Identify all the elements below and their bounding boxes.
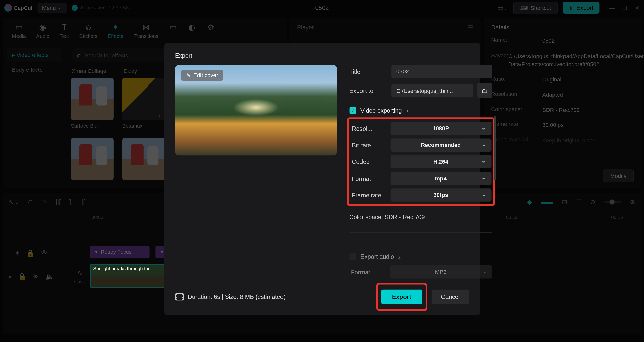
autosave-status: ✓ Auto saved: 12:33:53 xyxy=(72,5,129,11)
details-title: Details xyxy=(491,24,634,31)
preview-tool[interactable]: ☐ xyxy=(576,198,582,206)
color-icon: ◐ xyxy=(187,23,196,32)
export-dialog: Export ✎Edit cover Title Export to xyxy=(164,43,480,315)
resolution-select[interactable]: 1080P xyxy=(390,122,491,135)
media-icon: ▭ xyxy=(15,23,23,32)
eye-icon[interactable]: 👁 xyxy=(41,249,47,257)
project-title: 0502 xyxy=(315,4,329,11)
sidebar-body-effects[interactable]: Body effects xyxy=(7,63,62,76)
duration-text: Duration: 6s | Size: 8 MB (estimated) xyxy=(188,293,286,300)
tab-effects[interactable]: ✦Effects xyxy=(103,21,129,41)
title-input[interactable] xyxy=(391,65,492,78)
effect-item[interactable] xyxy=(122,138,165,180)
sliders-icon: ⚙ xyxy=(206,23,215,32)
tab-transitions[interactable]: ⋈Transitions xyxy=(129,21,164,41)
details-panel: Details Name:0502 Saved:C:/Users/topgus_… xyxy=(483,18,641,188)
menu-button[interactable]: Menu xyxy=(38,3,67,13)
sidebar-video-effects[interactable]: Video effects xyxy=(7,48,62,62)
snap-tool[interactable]: ◆ xyxy=(527,198,532,206)
lock-icon[interactable]: 🔒 xyxy=(18,272,26,280)
app-logo: CapCut xyxy=(4,4,32,12)
align-tool[interactable]: ⊟ xyxy=(562,198,568,206)
video-clip[interactable]: Sunlight breaks through the xyxy=(90,264,168,288)
video-track-head: ▸ 🔒 👁 🔈 ✎ Cover xyxy=(3,262,87,291)
tab-media[interactable]: ▭Media xyxy=(7,21,31,41)
codec-select[interactable]: H.264 xyxy=(390,155,491,168)
search-icon: ⌕ xyxy=(77,51,81,59)
chevron-up-icon: ▴ xyxy=(398,254,401,260)
shortcut-button[interactable]: ⌨Shortcut xyxy=(513,2,557,14)
lock-icon[interactable]: 🔒 xyxy=(26,249,35,257)
eye-icon[interactable]: 👁 xyxy=(32,273,39,280)
effects-track-head: ✦ 🔒 👁 xyxy=(3,244,87,262)
folder-icon: 🗀 xyxy=(482,87,487,94)
stickers-icon: ☺ xyxy=(84,23,93,32)
effects-category[interactable]: Xmas Collage xyxy=(72,68,106,74)
player-label: Player xyxy=(297,24,473,31)
player-menu-icon[interactable]: ☰ xyxy=(467,24,473,32)
layout-button[interactable]: ▭ xyxy=(497,4,508,12)
tab-text[interactable]: TText xyxy=(54,21,74,41)
selection-tool[interactable]: ↖ xyxy=(9,198,19,206)
export-to-input[interactable] xyxy=(391,84,473,97)
zoom-slider[interactable] xyxy=(604,201,621,203)
zoom-in[interactable]: ⊕ xyxy=(630,198,635,206)
framerate-select[interactable]: 30fps xyxy=(390,188,491,202)
app-name: CapCut xyxy=(14,5,32,11)
mute-icon[interactable]: 🔈 xyxy=(45,272,54,280)
highlighted-export-button: Export xyxy=(376,283,427,311)
format-select[interactable]: mp4 xyxy=(390,172,491,185)
video-exporting-check[interactable]: ✓ Video exporting ▴ xyxy=(349,107,492,114)
export-icon: ⇧ xyxy=(569,4,574,11)
browse-folder-button[interactable]: 🗀 xyxy=(477,83,492,98)
sparkle-icon: ✦ xyxy=(94,249,98,255)
link-tool[interactable]: ▬▬ xyxy=(541,198,553,205)
modify-button[interactable]: Modify xyxy=(603,169,634,182)
sparkle-icon[interactable]: ✦ xyxy=(15,249,20,257)
pencil-icon: ✎ xyxy=(76,269,85,278)
title-label: Title xyxy=(349,68,388,75)
tab-adjust[interactable]: ◐ xyxy=(182,21,201,41)
sparkle-icon: ✦ xyxy=(160,249,164,255)
minimize-button[interactable]: — xyxy=(609,5,615,11)
tab-controls[interactable]: ⚙ xyxy=(201,21,220,41)
checkbox-icon: ✓ xyxy=(349,107,356,114)
zoom-out[interactable]: ⊖ xyxy=(590,198,596,206)
effect-clip[interactable]: ✦Rotary Focus xyxy=(90,246,150,258)
pencil-icon: ✎ xyxy=(186,72,191,78)
tab-filters[interactable]: ▭ xyxy=(164,21,182,41)
split-tool[interactable]: ]|[ xyxy=(56,198,61,205)
transitions-icon: ⋈ xyxy=(142,23,150,32)
redo-button[interactable]: ↷ xyxy=(42,198,47,206)
export-button[interactable]: Export xyxy=(381,290,422,304)
keyboard-icon: ⌨ xyxy=(520,5,528,11)
tab-stickers[interactable]: ☺Stickers xyxy=(74,21,103,41)
highlighted-export-settings: Resol...1080P Bit rateRecommended CodecH… xyxy=(347,117,495,206)
bitrate-select[interactable]: Recommended xyxy=(390,138,491,152)
split-right-tool[interactable]: |[ xyxy=(81,198,85,205)
maximize-button[interactable]: ☐ xyxy=(622,5,627,11)
export-audio-check[interactable]: Export audio ▴ xyxy=(349,253,492,260)
tab-audio[interactable]: ◉Audio xyxy=(31,21,54,41)
effect-item[interactable] xyxy=(71,138,114,180)
cancel-button[interactable]: Cancel xyxy=(432,290,469,304)
export-top-button[interactable]: ⇧Export xyxy=(563,2,600,14)
split-left-tool[interactable]: ]| xyxy=(69,198,73,205)
scrollbar[interactable] xyxy=(493,116,495,180)
cover-preview: ✎Edit cover xyxy=(175,65,337,155)
video-track-icon[interactable]: ▸ xyxy=(9,272,12,280)
audio-format-select[interactable]: MP3 xyxy=(389,265,492,279)
color-space-text: Color space: SDR - Rec.709 xyxy=(349,213,492,220)
undo-button[interactable]: ↶ xyxy=(27,198,33,206)
edit-cover-button[interactable]: ✎Edit cover xyxy=(181,70,223,81)
effects-category[interactable]: Dizzy xyxy=(124,68,137,74)
cover-button[interactable]: ✎ Cover xyxy=(74,269,87,284)
effect-item[interactable]: Betamax xyxy=(122,78,165,129)
close-button[interactable]: ✕ xyxy=(635,5,640,11)
effects-icon: ✦ xyxy=(111,23,120,32)
film-icon xyxy=(175,293,184,300)
text-icon: T xyxy=(60,23,68,32)
audio-icon: ◉ xyxy=(38,23,47,32)
capcut-logo-icon xyxy=(4,4,12,12)
effect-item[interactable]: Surface Blur xyxy=(71,78,114,129)
